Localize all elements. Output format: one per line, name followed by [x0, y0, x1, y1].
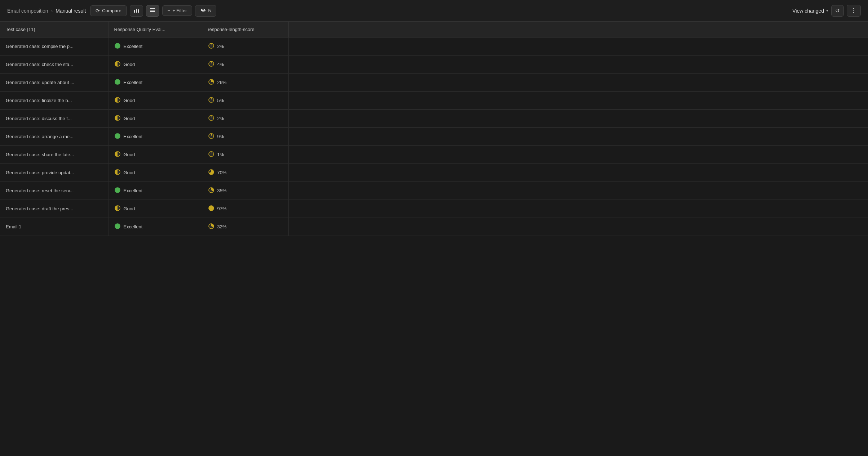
filter-button[interactable]: + + Filter	[162, 5, 192, 16]
table-row[interactable]: Generated case: check the sta... Good 4%	[0, 56, 868, 74]
table-row[interactable]: Generated case: compile the p... Excelle…	[0, 38, 868, 56]
cell-empty	[288, 56, 868, 74]
breadcrumb-parent[interactable]: Email composition	[7, 8, 48, 14]
quality-label: Excellent	[124, 188, 143, 193]
cell-empty	[288, 110, 868, 128]
cell-score: 26%	[202, 74, 288, 92]
cell-test-case: Generated case: discuss the f...	[0, 110, 108, 128]
score-label: 2%	[217, 44, 224, 49]
cell-test-case: Generated case: provide updat...	[0, 164, 108, 182]
table-row[interactable]: Generated case: draft the pres... Good 9…	[0, 200, 868, 218]
breadcrumb-separator: ›	[51, 8, 53, 14]
svg-point-16	[115, 133, 120, 139]
breadcrumb: Email composition › Manual result	[7, 8, 86, 14]
quality-label: Good	[124, 152, 135, 157]
score-label: 1%	[217, 152, 224, 157]
more-button[interactable]: ⋮	[847, 5, 861, 17]
table-row[interactable]: Email 1 Excellent 32%	[0, 218, 868, 236]
quality-label: Excellent	[124, 80, 143, 85]
col-header-test-case[interactable]: Test case (11)	[0, 22, 108, 38]
cell-score: 70%	[202, 164, 288, 182]
compare-icon: ⟳	[96, 8, 100, 14]
cell-score: 4%	[202, 56, 288, 74]
cell-score: 2%	[202, 110, 288, 128]
score-icon	[208, 61, 214, 68]
view-changed-label: View changed	[792, 8, 824, 14]
table-row[interactable]: Generated case: provide updat... Good 70…	[0, 164, 868, 182]
table-header-row: Test case (11) Response Quality Eval... …	[0, 22, 868, 38]
score-label: 70%	[217, 170, 227, 175]
quality-label: Good	[124, 206, 135, 211]
excellent-icon	[114, 79, 121, 86]
list-view-button[interactable]	[146, 5, 159, 17]
cell-score: 5%	[202, 92, 288, 110]
score-label: 2%	[217, 116, 224, 121]
cell-quality: Good	[108, 200, 202, 218]
table-row[interactable]: Generated case: discuss the f... Good 2%	[0, 110, 868, 128]
cell-empty	[288, 38, 868, 56]
cell-empty	[288, 92, 868, 110]
cell-quality: Excellent	[108, 74, 202, 92]
eye-filter-button[interactable]: 5	[195, 5, 216, 17]
eye-off-icon	[200, 8, 206, 14]
table-row[interactable]: Generated case: arrange a me... Excellen…	[0, 128, 868, 146]
col-header-quality[interactable]: Response Quality Eval...	[108, 22, 202, 38]
score-label: 32%	[217, 224, 227, 229]
svg-rect-5	[150, 11, 155, 12]
cell-test-case: Generated case: update about ...	[0, 74, 108, 92]
cell-empty	[288, 182, 868, 200]
quality-label: Good	[124, 98, 135, 103]
score-label: 9%	[217, 134, 224, 139]
score-icon	[208, 187, 214, 194]
score-icon	[208, 169, 214, 176]
excellent-icon	[114, 223, 121, 231]
excellent-icon	[114, 187, 121, 194]
cell-quality: Good	[108, 164, 202, 182]
excellent-icon	[114, 43, 121, 50]
refresh-icon: ↺	[835, 8, 840, 14]
cell-quality: Good	[108, 110, 202, 128]
svg-point-6	[115, 43, 120, 48]
table-row[interactable]: Generated case: finalize the b... Good 5…	[0, 92, 868, 110]
score-label: 4%	[217, 62, 224, 67]
svg-rect-3	[150, 8, 155, 9]
bar-chart-button[interactable]	[130, 5, 143, 17]
svg-point-26	[115, 224, 120, 229]
table-row[interactable]: Generated case: update about ... Excelle…	[0, 74, 868, 92]
breadcrumb-current: Manual result	[56, 8, 86, 14]
svg-rect-4	[150, 10, 155, 10]
score-label: 97%	[217, 206, 227, 211]
score-icon	[208, 133, 214, 140]
cell-quality: Excellent	[108, 128, 202, 146]
score-label: 26%	[217, 80, 227, 85]
cell-quality: Excellent	[108, 38, 202, 56]
compare-button[interactable]: ⟳ Compare	[90, 5, 127, 16]
quality-label: Excellent	[124, 134, 143, 139]
col-header-score[interactable]: response-length-score	[202, 22, 288, 38]
score-icon	[208, 79, 214, 86]
cell-empty	[288, 74, 868, 92]
col-header-empty	[288, 22, 868, 38]
refresh-button[interactable]: ↺	[831, 5, 844, 17]
score-icon	[208, 115, 214, 122]
quality-label: Good	[124, 170, 135, 175]
quality-label: Good	[124, 116, 135, 121]
good-icon	[114, 205, 121, 212]
filter-icon: +	[168, 8, 170, 13]
cell-empty	[288, 146, 868, 164]
cell-empty	[288, 128, 868, 146]
score-label: 5%	[217, 98, 224, 103]
chevron-down-icon: ▾	[826, 8, 828, 13]
cell-quality: Good	[108, 56, 202, 74]
cell-empty	[288, 164, 868, 182]
quality-label: Excellent	[124, 44, 143, 49]
table-row[interactable]: Generated case: reset the serv... Excell…	[0, 182, 868, 200]
cell-test-case: Email 1	[0, 218, 108, 236]
svg-point-10	[115, 79, 120, 84]
table-row[interactable]: Generated case: share the late... Good 1…	[0, 146, 868, 164]
view-changed-button[interactable]: View changed ▾	[792, 8, 828, 14]
results-table: Test case (11) Response Quality Eval... …	[0, 22, 868, 236]
cell-quality: Excellent	[108, 182, 202, 200]
cell-empty	[288, 200, 868, 218]
good-icon	[114, 169, 121, 176]
